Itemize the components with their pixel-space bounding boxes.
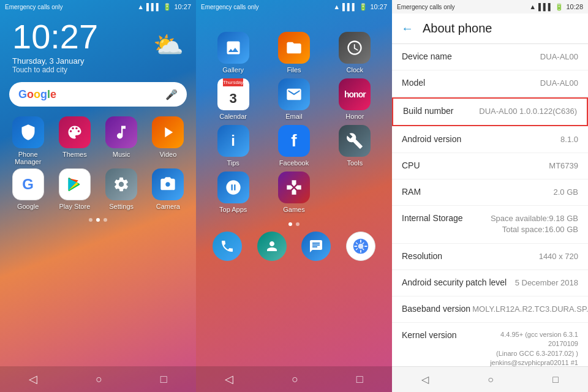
files-icon (278, 32, 310, 64)
page-dots (0, 218, 196, 222)
home-btn[interactable]: ○ (96, 373, 102, 386)
recents-btn-right[interactable]: □ (552, 374, 559, 385)
row-android-version: Android version 8.1.0 (392, 127, 588, 153)
status-bar-right: Emergency calls only ▲ ▌▌▌ 🔋 10:28 (392, 0, 588, 13)
row-baseband: Baseband version MOLY.LR12A.R2.TC3.DURA.… (392, 296, 588, 323)
home-screen: Emergency calls only ▲ ▌▌▌ 🔋 10:27 10:27… (0, 0, 196, 392)
android-version-label: Android version (402, 134, 461, 144)
signal-icon: ▌▌▌ (146, 3, 160, 10)
recents-btn-mid[interactable]: □ (356, 373, 363, 386)
app-grid-bottom: Phone Manager Themes Music Video G (0, 111, 196, 215)
emergency-text-right: Emergency calls only (397, 4, 454, 10)
drawer-dot-1 (288, 222, 292, 226)
facebook-icon: f (278, 125, 310, 157)
drawer-topapps[interactable]: Top Apps (205, 172, 261, 213)
app-phone-manager[interactable]: Phone Manager (6, 116, 50, 165)
drawer-calendar[interactable]: Thursday 3 Calendar (205, 78, 261, 120)
emergency-text-mid: Emergency calls only (201, 4, 258, 10)
home-btn-mid[interactable]: ○ (292, 373, 298, 386)
email-label: Email (285, 113, 303, 120)
signal-icon-mid: ▌▌▌ (342, 3, 356, 10)
bottom-nav-middle: ◁ ○ □ (196, 366, 392, 392)
tips-icon: i (217, 125, 249, 157)
battery-icon: 🔋 (163, 3, 172, 11)
cpu-value: MT6739 (549, 160, 578, 172)
search-bar[interactable]: Google 🎤 (9, 82, 187, 107)
about-content: Device name DUA-AL00 Model DUA-AL00 Buil… (392, 44, 588, 366)
playstore-label: Play Store (59, 203, 91, 210)
back-btn[interactable]: ◁ (29, 372, 37, 386)
drawer-email[interactable]: Email (266, 78, 322, 120)
time-left: 10:27 (174, 3, 191, 10)
about-header: ← About phone (392, 13, 588, 44)
device-name-label: Device name (402, 51, 452, 61)
topapps-icon (217, 172, 249, 203)
row-build-number: Build number DUA-AL00 1.0.0.122(C636) (392, 97, 588, 126)
storage-value: Space available:9.18 GB Total space:16.0… (491, 213, 578, 235)
phone-manager-label: Phone Manager (6, 151, 50, 165)
dock-messages-icon (301, 232, 331, 261)
status-bar-left: Emergency calls only ▲ ▌▌▌ 🔋 10:27 (0, 0, 196, 13)
drawer-games[interactable]: Games (266, 172, 322, 213)
dot-2 (96, 218, 100, 222)
app-settings[interactable]: Settings (100, 168, 143, 210)
camera-icon (152, 168, 184, 200)
dock-messages[interactable] (301, 232, 331, 261)
mic-icon[interactable]: 🎤 (165, 89, 178, 100)
dock-browser[interactable] (346, 232, 375, 261)
games-label: Games (283, 206, 304, 213)
drawer-tips[interactable]: i Tips (205, 125, 261, 167)
dock-phone-icon (213, 232, 242, 261)
time-right: 10:28 (566, 3, 583, 10)
status-left: Emergency calls only (5, 4, 62, 10)
model-label: Model (402, 78, 425, 88)
build-number-value: DUA-AL00 1.0.0.122(C636) (479, 106, 577, 117)
topapps-label: Top Apps (219, 206, 247, 213)
music-label: Music (113, 151, 130, 158)
dock-browser-icon (346, 232, 375, 261)
security-patch-label: Android security patch level (402, 277, 507, 287)
row-resolution: Resolution 1440 x 720 (392, 244, 588, 270)
app-google[interactable]: G Google (6, 168, 50, 210)
settings-icon (105, 168, 137, 200)
drawer-tools[interactable]: Tools (327, 125, 383, 167)
kernel-value: 4.4.95+ (gcc version 6.3.1 20170109 (Lin… (472, 330, 578, 366)
app-themes[interactable]: Themes (53, 116, 96, 165)
calendar-label: Calendar (219, 113, 247, 120)
device-name-value: DUA-AL00 (540, 51, 578, 62)
row-storage: Internal Storage Space available:9.18 GB… (392, 206, 588, 243)
drawer-facebook[interactable]: f Facebook (266, 125, 322, 167)
recents-btn[interactable]: □ (160, 373, 167, 386)
app-playstore[interactable]: Play Store (53, 168, 96, 210)
camera-label: Camera (156, 203, 180, 210)
home-btn-right[interactable]: ○ (488, 374, 494, 385)
wifi-icon: ▲ (137, 3, 144, 10)
app-music[interactable]: Music (100, 116, 143, 165)
cpu-label: CPU (402, 160, 420, 170)
drawer-files[interactable]: Files (266, 32, 322, 74)
email-icon (278, 78, 310, 110)
baseband-value: MOLY.LR12A.R2.TC3.DURA.SP.V1.P35 (472, 304, 578, 315)
app-video[interactable]: Video (146, 116, 190, 165)
gallery-icon (217, 32, 249, 64)
back-btn-mid[interactable]: ◁ (225, 372, 233, 386)
music-icon (105, 116, 137, 148)
drawer-clock[interactable]: Clock (327, 32, 383, 74)
app-drawer: Emergency calls only ▲ ▌▌▌ 🔋 10:27 Galle… (196, 0, 392, 392)
battery-icon-mid: 🔋 (359, 3, 368, 11)
dock-phone[interactable] (213, 232, 242, 261)
google-label: Google (17, 203, 39, 210)
row-model: Model DUA-AL00 (392, 70, 588, 97)
settings-label: Settings (109, 203, 134, 210)
drawer-gallery[interactable]: Gallery (205, 32, 261, 74)
drawer-honor[interactable]: honor Honor (327, 78, 383, 120)
dock-contacts[interactable] (257, 232, 287, 261)
gallery-label: Gallery (222, 66, 244, 74)
video-icon (152, 116, 184, 148)
back-btn-right[interactable]: ◁ (421, 374, 429, 385)
resolution-label: Resolution (402, 251, 442, 261)
security-patch-value: 5 December 2018 (515, 277, 578, 288)
back-arrow-icon[interactable]: ← (401, 21, 413, 36)
drawer-page-dots (196, 222, 392, 226)
app-camera[interactable]: Camera (146, 168, 190, 210)
